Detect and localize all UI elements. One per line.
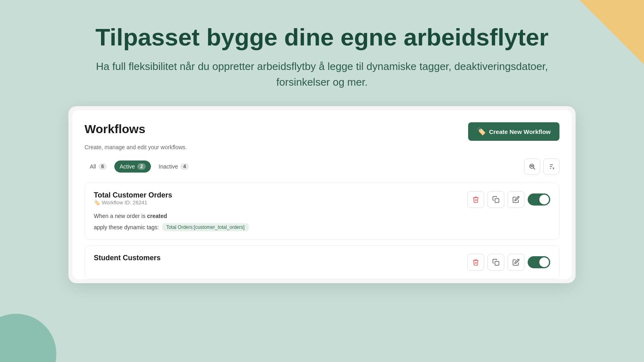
page-subtitle: Ha full fleksibilitet når du oppretter a… — [80, 59, 564, 90]
trash-icon — [472, 196, 479, 203]
search-filter-icon — [528, 163, 536, 170]
workflow-1-actions — [467, 191, 550, 208]
inner-card: Workflows 🏷️ Create New Workflow Create,… — [72, 110, 572, 279]
filter-tabs: All 6 Active 2 Inactive 4 — [85, 160, 194, 173]
workflow-item-1: Total Customer Orders 🏷️ Workflow ID: 26… — [85, 183, 559, 240]
tab-inactive-count: 4 — [180, 163, 189, 170]
workflow-1-tags-prefix: apply these dynamic tags: — [94, 224, 159, 230]
workflow-2-copy-button[interactable] — [487, 254, 504, 271]
workflow-1-copy-button[interactable] — [487, 191, 504, 208]
svg-rect-7 — [495, 199, 499, 203]
workflow-1-desc-highlight: created — [147, 213, 167, 219]
workflow-2-delete-button[interactable] — [467, 254, 484, 271]
header-section: Tilpasset bygge dine egne arbeidsflyter … — [0, 0, 644, 106]
workflow-1-description: When a new order is created — [94, 213, 550, 219]
tab-inactive[interactable]: Inactive 4 — [153, 160, 194, 173]
workflow-2-edit-button[interactable] — [508, 254, 524, 271]
pencil-icon-2 — [512, 259, 520, 266]
sort-button[interactable] — [543, 158, 559, 175]
svg-line-1 — [533, 168, 535, 169]
workflow-1-edit-button[interactable] — [508, 191, 524, 208]
pencil-icon — [512, 196, 520, 203]
toggle-knob — [539, 195, 549, 204]
tab-all-count: 6 — [99, 163, 107, 170]
page-title: Tilpasset bygge dine egne arbeidsflyter — [80, 24, 564, 51]
workflow-2-actions — [467, 254, 550, 271]
workflow-2-header: Student Customers — [94, 254, 550, 271]
workflow-1-header: Total Customer Orders 🏷️ Workflow ID: 26… — [94, 191, 550, 210]
tab-all[interactable]: All 6 — [85, 160, 112, 173]
main-card: Workflows 🏷️ Create New Workflow Create,… — [68, 106, 576, 283]
search-filter-button[interactable] — [524, 158, 540, 175]
decorative-corner-bottom-left — [0, 314, 56, 362]
trash-icon-2 — [472, 259, 479, 266]
create-workflow-button[interactable]: 🏷️ Create New Workflow — [468, 122, 559, 141]
toggle-knob-2 — [539, 257, 549, 267]
svg-rect-8 — [495, 261, 499, 265]
filter-row: All 6 Active 2 Inactive 4 — [85, 158, 559, 175]
tab-inactive-label: Inactive — [159, 163, 178, 170]
tab-active-count: 2 — [137, 163, 146, 170]
workflow-1-delete-button[interactable] — [467, 191, 484, 208]
filter-actions — [524, 158, 559, 175]
workflow-1-id-text: Workflow ID: 26241 — [102, 200, 147, 206]
workflow-1-tags: apply these dynamic tags: Total Orders:[… — [94, 223, 550, 231]
workflow-1-desc-prefix: When a new order is — [94, 213, 147, 219]
card-header: Workflows 🏷️ Create New Workflow — [85, 122, 559, 141]
tag-icon: 🏷️ — [477, 127, 486, 136]
card-description: Create, manage and edit your workflows. — [85, 144, 559, 150]
workflows-title: Workflows — [85, 122, 145, 136]
workflow-1-tag-pill: Total Orders:[customer_total_orders] — [162, 223, 249, 231]
workflow-2-toggle[interactable] — [528, 256, 550, 268]
workflow-1-toggle[interactable] — [528, 193, 550, 206]
copy-icon-2 — [492, 259, 500, 266]
workflow-1-name: Total Customer Orders — [94, 191, 172, 200]
workflow-1-id: 🏷️ Workflow ID: 26241 — [94, 200, 172, 206]
tab-active[interactable]: Active 2 — [114, 160, 151, 173]
tab-all-label: All — [90, 163, 96, 170]
tab-active-label: Active — [120, 163, 135, 170]
workflow-item-2: Student Customers — [85, 245, 559, 279]
workflow-2-info: Student Customers — [94, 254, 161, 262]
workflow-1-info: Total Customer Orders 🏷️ Workflow ID: 26… — [94, 191, 172, 210]
sort-icon — [548, 163, 555, 170]
copy-icon — [492, 196, 500, 203]
create-button-label: Create New Workflow — [489, 128, 551, 135]
workflow-2-name: Student Customers — [94, 254, 161, 262]
workflow-1-id-emoji: 🏷️ — [94, 200, 100, 206]
